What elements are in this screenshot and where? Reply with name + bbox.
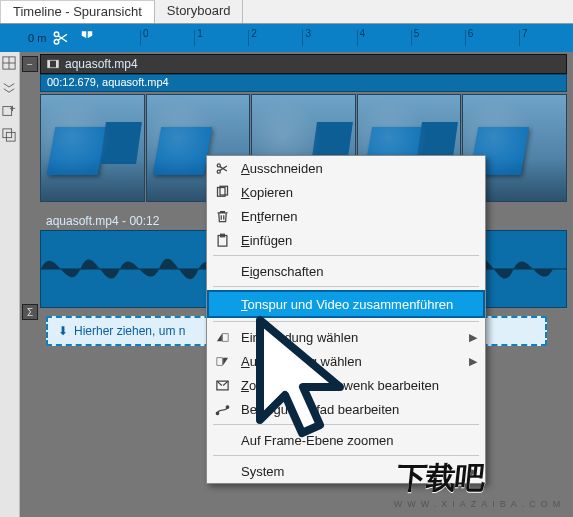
- context-menu: Ausschneiden Kopieren Entfernen Einfügen…: [206, 155, 486, 484]
- menu-fade-out[interactable]: Ausblendung wählen ▶: [207, 349, 485, 373]
- scissors-icon: [213, 159, 231, 177]
- down-arrow-icon: ⬇: [58, 324, 68, 338]
- grid-icon[interactable]: [2, 56, 18, 72]
- svg-point-10: [217, 163, 220, 166]
- clip-header[interactable]: aquasoft.mp4: [40, 54, 567, 74]
- film-icon: [47, 58, 59, 70]
- menu-fade-in[interactable]: Einblendung wählen ▶: [207, 325, 485, 349]
- blank-icon: [213, 462, 231, 480]
- menu-frame-zoom[interactable]: Auf Frame-Ebene zoomen: [207, 428, 485, 452]
- menu-properties[interactable]: Eigenschaften: [207, 259, 485, 283]
- svg-rect-16: [222, 333, 228, 341]
- menu-motion-path[interactable]: Bewegungspfad bearbeiten: [207, 397, 485, 421]
- thumb-1: [40, 94, 145, 202]
- zoom-pan-icon: [213, 376, 231, 394]
- svg-point-19: [216, 412, 219, 415]
- svg-rect-8: [56, 60, 58, 68]
- menu-merge-audio-video[interactable]: Tonspur und Video zusammenführen: [207, 290, 485, 318]
- blank-icon: [213, 262, 231, 280]
- fade-out-icon: [213, 352, 231, 370]
- collapse-icon[interactable]: [2, 80, 18, 96]
- menu-paste[interactable]: Einfügen: [207, 228, 485, 252]
- menu-separator: [213, 424, 479, 425]
- tab-storyboard[interactable]: Storyboard: [155, 0, 244, 23]
- menu-zoom-pan[interactable]: Zoom/Kameraschwenk bearbeiten: [207, 373, 485, 397]
- tab-timeline[interactable]: Timeline - Spuransicht: [0, 0, 155, 23]
- view-tabs: Timeline - Spuransicht Storyboard: [0, 0, 573, 24]
- fade-in-icon: [213, 328, 231, 346]
- svg-rect-4: [2, 129, 11, 138]
- timeline-ruler[interactable]: 0 m 0 1 2 3 4 5 6 7: [0, 24, 573, 52]
- clip-filename: aquasoft.mp4: [65, 57, 138, 71]
- left-toolbar: [0, 52, 20, 517]
- clipboard-icon: [213, 231, 231, 249]
- svg-rect-17: [216, 357, 222, 365]
- chevron-right-icon: ▶: [469, 355, 477, 368]
- audio-track-handle[interactable]: Σ: [22, 304, 38, 320]
- menu-cut[interactable]: Ausschneiden: [207, 156, 485, 180]
- blank-icon: [213, 431, 231, 449]
- watermark: 下载吧 WWW.XIAZAIBA.COM: [393, 458, 570, 509]
- menu-separator: [213, 286, 479, 287]
- menu-separator: [213, 455, 479, 456]
- svg-point-20: [226, 405, 229, 408]
- add-track-icon[interactable]: [2, 104, 18, 120]
- menu-remove[interactable]: Entfernen: [207, 204, 485, 228]
- menu-separator: [213, 255, 479, 256]
- scissors-icon[interactable]: [50, 27, 72, 49]
- chevron-right-icon: ▶: [469, 331, 477, 344]
- drop-hint-text: Hierher ziehen, um n: [74, 324, 185, 338]
- menu-separator: [213, 321, 479, 322]
- shield-split-icon[interactable]: [76, 27, 98, 49]
- clip-time-label[interactable]: 00:12.679, aquasoft.mp4: [40, 74, 567, 92]
- menu-copy[interactable]: Kopieren: [207, 180, 485, 204]
- motion-path-icon: [213, 400, 231, 418]
- blank-icon: [213, 295, 231, 313]
- svg-rect-7: [48, 60, 50, 68]
- copy-icon: [213, 183, 231, 201]
- trash-icon: [213, 207, 231, 225]
- watermark-text: 下载吧: [394, 461, 484, 494]
- svg-rect-5: [6, 132, 15, 141]
- layers-icon[interactable]: [2, 128, 18, 144]
- video-track-handle[interactable]: −: [22, 56, 38, 72]
- watermark-url: WWW.XIAZAIBA.COM: [393, 499, 565, 509]
- ruler-ticks: 0 1 2 3 4 5 6 7: [140, 24, 573, 52]
- svg-point-11: [217, 170, 220, 173]
- ruler-pos: 0 m: [28, 32, 46, 44]
